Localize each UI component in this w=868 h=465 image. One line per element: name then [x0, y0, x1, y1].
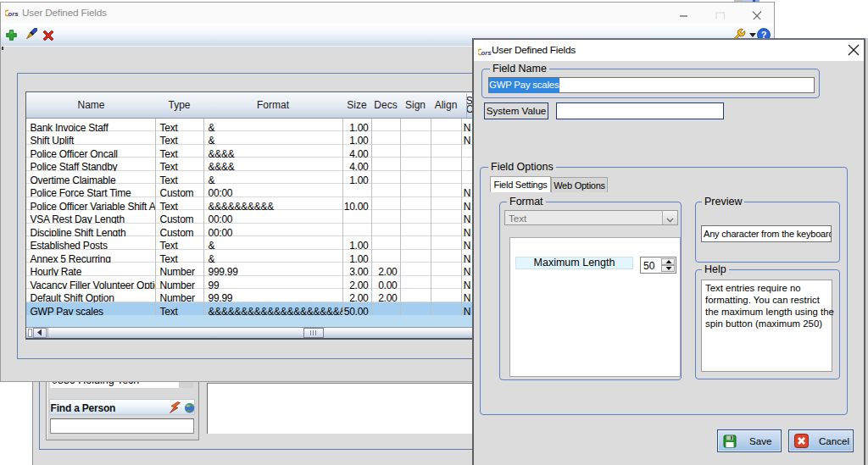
svg-text:ors: ors: [481, 49, 492, 57]
svg-text:ors: ors: [8, 10, 19, 18]
